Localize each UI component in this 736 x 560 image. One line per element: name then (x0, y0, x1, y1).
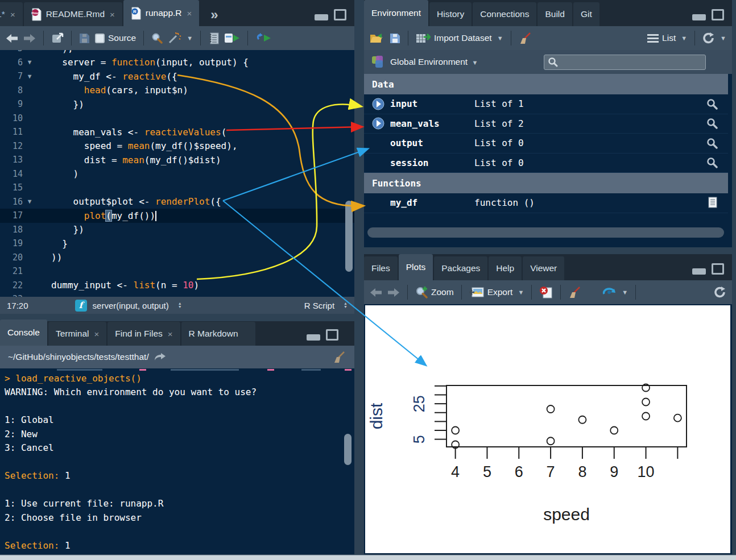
goto-directory-icon[interactable] (154, 352, 166, 362)
load-workspace-icon[interactable] (370, 32, 384, 44)
close-icon[interactable]: × (168, 329, 173, 339)
tab-environment[interactable]: Environment (364, 0, 428, 26)
maximize-icon[interactable] (712, 9, 724, 20)
expand-icon[interactable] (372, 98, 384, 110)
open-in-new-window-icon[interactable] (51, 32, 64, 44)
next-plot-icon[interactable] (387, 288, 400, 297)
tab-terminal[interactable]: Terminal× (48, 322, 106, 346)
tab-r-markdown[interactable]: R Markdown (181, 322, 255, 346)
save-workspace-icon[interactable] (390, 33, 400, 44)
checkbox-icon[interactable] (95, 34, 105, 43)
environment-object-row[interactable]: mean_valsList of 2 (364, 114, 728, 134)
close-icon[interactable]: × (110, 10, 115, 19)
code-line[interactable]: 11 mean_vals <- reactiveValues( (0, 125, 354, 139)
code-line[interactable]: 19 } (0, 237, 354, 251)
compile-report-icon[interactable] (208, 32, 219, 44)
code-line[interactable]: 22dummy_input <- list(n = 10) (0, 279, 354, 293)
code-line[interactable]: 7▼ my_df <- reactive({ (0, 69, 354, 84)
tab-history[interactable]: History (429, 2, 472, 26)
tab-plots[interactable]: Plots (399, 254, 433, 280)
scope-selector[interactable]: Global Environment ▼ (390, 57, 478, 67)
editor-scrollbar[interactable] (345, 201, 353, 272)
code-line[interactable]: 16▼ output$plot <- renderPlot({ (0, 195, 354, 209)
code-editor[interactable]: 5 ),6▼ server = function(input, output) … (0, 50, 354, 297)
view-function-icon[interactable] (708, 197, 718, 209)
code-line[interactable]: 15 (0, 181, 354, 195)
code-line[interactable]: 14 ) (0, 167, 354, 181)
console-output[interactable]: > load_reactive_objects()WARNING: Which … (0, 368, 354, 554)
tab-console[interactable]: Console (0, 320, 47, 346)
environment-search-input[interactable] (544, 55, 706, 70)
code-line[interactable]: 20)) (0, 251, 354, 265)
console-scrollbar[interactable] (344, 434, 352, 465)
scope-selector[interactable]: server(input, output) (93, 301, 169, 310)
code-line[interactable]: 8 head(cars, input$n) (0, 84, 354, 98)
previous-plot-icon[interactable] (370, 288, 382, 297)
environment-object-row[interactable]: my_dffunction () (364, 193, 728, 213)
tab-files[interactable]: Files (364, 256, 398, 280)
file-type-selector[interactable]: R Script (304, 301, 334, 310)
minimize-icon[interactable] (307, 334, 320, 341)
tab-ed1[interactable]: ed1* × (0, 2, 23, 26)
tab-readme-rmd[interactable]: Rmd README.Rmd × (24, 2, 122, 26)
code-line[interactable]: 13 dist = mean(my_df()$dist) (0, 153, 354, 167)
source-on-save-checkbox[interactable]: Source (95, 33, 136, 43)
code-line[interactable]: 21 (0, 264, 354, 279)
rerun-source-icon[interactable] (255, 32, 271, 44)
environment-object-row[interactable]: outputList of 0 (364, 134, 728, 154)
tab-help[interactable]: Help (489, 256, 522, 280)
tab-packages[interactable]: Packages (434, 256, 487, 280)
svg-text:10: 10 (638, 463, 655, 480)
code-line[interactable]: 5 ), (0, 50, 354, 56)
code-line[interactable]: 12 speed = mean(my_df()$speed), (0, 139, 354, 154)
code-line[interactable]: 18 }) (0, 223, 354, 237)
minimize-icon[interactable] (692, 268, 706, 275)
inspect-object-icon[interactable] (706, 157, 718, 168)
run-icon[interactable] (224, 32, 240, 44)
environment-object-row[interactable]: inputList of 1 (364, 94, 728, 114)
code-line[interactable]: 10 (0, 111, 354, 126)
remove-plot-icon[interactable] (539, 286, 553, 298)
clear-console-icon[interactable] (333, 351, 346, 363)
code-line[interactable]: 23 (0, 292, 354, 297)
back-icon[interactable] (6, 34, 18, 43)
code-line[interactable]: 9 }) (0, 97, 354, 111)
clear-all-plots-icon[interactable] (568, 286, 582, 298)
code-line[interactable]: 17 plot(my_df()) (0, 209, 354, 223)
inspect-object-icon[interactable] (706, 98, 718, 110)
environment-object-row[interactable]: sessionList of 0 (364, 154, 728, 173)
rmd-file-icon: Rmd (31, 8, 42, 21)
import-dataset-button[interactable]: Import Dataset ▼ (416, 32, 503, 44)
minimize-icon[interactable] (315, 14, 328, 20)
inspect-object-icon[interactable] (706, 138, 718, 149)
close-icon[interactable]: × (187, 9, 192, 18)
save-icon[interactable] (79, 33, 90, 44)
maximize-icon[interactable] (326, 329, 338, 341)
tab-viewer[interactable]: Viewer (523, 256, 564, 280)
tab-overflow-icon[interactable]: » (210, 7, 218, 23)
expand-icon[interactable] (372, 117, 384, 130)
maximize-icon[interactable] (712, 263, 724, 275)
zoom-plot-button[interactable]: Zoom (415, 286, 454, 298)
code-tools-icon[interactable]: ▼ (168, 32, 193, 44)
clear-objects-icon[interactable] (519, 32, 532, 44)
tab-connections[interactable]: Connections (473, 2, 536, 26)
tab-git[interactable]: Git (573, 2, 599, 26)
forward-icon[interactable] (23, 34, 36, 43)
list-view-selector[interactable]: List ▼ (647, 33, 687, 43)
publish-button[interactable]: ▼ (602, 287, 628, 298)
refresh-button[interactable]: ▼ (702, 32, 726, 44)
minimize-icon[interactable] (692, 14, 706, 20)
environment-hscrollbar[interactable] (367, 227, 724, 238)
maximize-icon[interactable] (334, 9, 346, 20)
tab-runapp-r[interactable]: R runapp.R × (123, 0, 200, 26)
close-icon[interactable]: × (10, 10, 15, 19)
code-line[interactable]: 6▼ server = function(input, output) { (0, 56, 354, 70)
tab-find-in-files[interactable]: Find in Files× (107, 322, 180, 346)
export-plot-button[interactable]: Export ▼ (469, 287, 524, 298)
close-icon[interactable]: × (94, 329, 99, 339)
inspect-object-icon[interactable] (706, 118, 718, 129)
find-replace-icon[interactable] (151, 32, 163, 44)
tab-build[interactable]: Build (537, 2, 572, 26)
refresh-plot-icon[interactable] (714, 286, 726, 298)
